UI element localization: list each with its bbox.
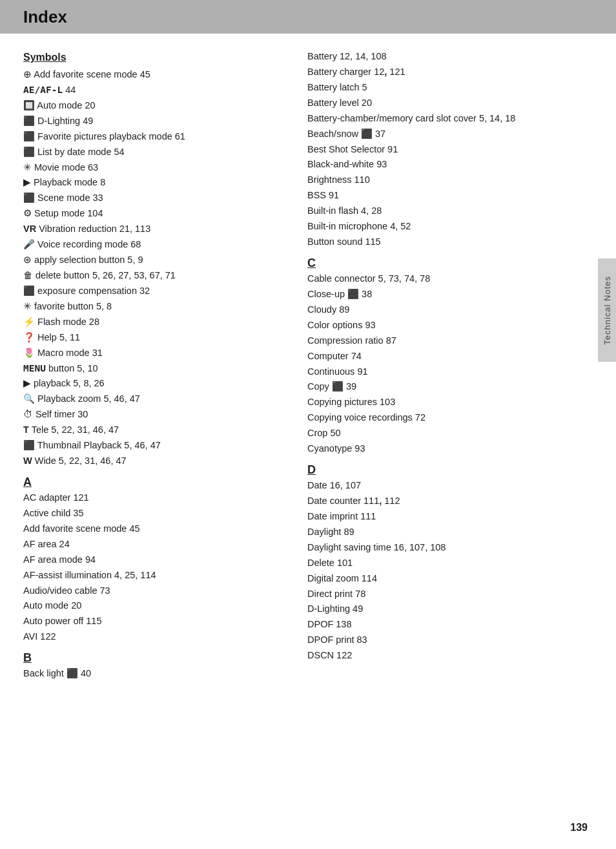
list-item: Active child 35 — [23, 506, 282, 521]
list-item: 🎤 Voice recording mode 68 — [23, 237, 282, 253]
list-item: W Wide 5, 22, 31, 46, 47 — [23, 454, 282, 469]
list-item: 🔍 Playback zoom 5, 46, 47 — [23, 392, 282, 407]
list-item: Add favorite scene mode 45 — [23, 521, 282, 537]
section-c: C — [307, 257, 593, 270]
list-item: Color options 93 — [307, 318, 593, 333]
list-item: ⚡ Flash mode 28 — [23, 315, 282, 330]
c-entries: Cable connector 5, 73, 74, 78 Close-up ⬛… — [307, 271, 593, 457]
list-item: Cyanotype 93 — [307, 441, 593, 457]
page-number: 139 — [570, 822, 588, 833]
list-item: Audio/video cable 73 — [23, 583, 282, 599]
list-item: Built-in flash 4, 28 — [307, 204, 593, 219]
list-item: Copying pictures 103 — [307, 395, 593, 410]
list-item: Brightness 110 — [307, 173, 593, 188]
list-item: Cable connector 5, 73, 74, 78 — [307, 271, 593, 287]
list-item: Built-in microphone 4, 52 — [307, 219, 593, 235]
list-item: BSS 91 — [307, 188, 593, 204]
list-item: Best Shot Selector 91 — [307, 142, 593, 158]
list-item: DPOF 138 — [307, 617, 593, 633]
list-item: Beach/snow ⬛ 37 — [307, 127, 593, 142]
right-column: Battery 12, 14, 108 Battery charger 12, … — [294, 49, 593, 682]
list-item: Digital zoom 114 — [307, 571, 593, 587]
list-item: Date imprint 111 — [307, 509, 593, 525]
list-item: ⊕ Add favorite scene mode 45 — [23, 67, 282, 83]
side-label-text: Technical Notes — [602, 276, 612, 345]
section-b: B — [23, 651, 282, 665]
list-item: DSCN 122 — [307, 648, 593, 664]
list-item: 🗑 delete button 5, 26, 27, 53, 67, 71 — [23, 268, 282, 284]
list-item: Back light ⬛ 40 — [23, 666, 282, 682]
list-item: Delete 101 — [307, 556, 593, 571]
list-item: AE/AF-L 44 — [23, 83, 282, 98]
section-d: D — [307, 463, 593, 477]
list-item: ⚙ Setup mode 104 — [23, 206, 282, 222]
list-item: AF area mode 94 — [23, 552, 282, 568]
list-item: AF-assist illumination 4, 25, 114 — [23, 568, 282, 583]
list-item: ✳ Movie mode 63 — [23, 160, 282, 176]
list-item: Copying voice recordings 72 — [307, 410, 593, 426]
list-item: Battery level 20 — [307, 96, 593, 111]
list-item: Cloudy 89 — [307, 302, 593, 318]
list-item: T Tele 5, 22, 31, 46, 47 — [23, 423, 282, 438]
list-item: ⬛ D-Lighting 49 — [23, 114, 282, 129]
list-item: ▶ playback 5, 8, 26 — [23, 376, 282, 392]
list-item: Auto power off 115 — [23, 614, 282, 629]
list-item: ⏱ Self timer 30 — [23, 407, 282, 423]
symbols-heading: Symbols — [23, 52, 282, 63]
list-item: ⬛ exposure compensation 32 — [23, 284, 282, 299]
section-a: A — [23, 476, 282, 489]
d-entries: Date 16, 107 Date counter 111, 112 Date … — [307, 478, 593, 664]
list-item: ✳ favorite button 5, 8 — [23, 299, 282, 315]
list-item: Copy ⬛ 39 — [307, 379, 593, 395]
a-entries: AC adapter 121 Active child 35 Add favor… — [23, 490, 282, 645]
list-item: AF area 24 — [23, 537, 282, 552]
content-area: Symbols ⊕ Add favorite scene mode 45 AE/… — [0, 34, 616, 697]
list-item: ⬛ Thumbnail Playback 5, 46, 47 — [23, 438, 282, 454]
list-item: ❓ Help 5, 11 — [23, 330, 282, 346]
list-item: Close-up ⬛ 38 — [307, 287, 593, 302]
list-item: Auto mode 20 — [23, 598, 282, 614]
list-item: ⬛ Favorite pictures playback mode 61 — [23, 129, 282, 145]
list-item: Direct print 78 — [307, 587, 593, 602]
list-item: Crop 50 — [307, 426, 593, 441]
b-entries-left: Back light ⬛ 40 — [23, 666, 282, 682]
list-item: VR Vibration reduction 21, 113 — [23, 222, 282, 237]
list-item: Black-and-white 93 — [307, 157, 593, 173]
list-item: DPOF print 83 — [307, 633, 593, 648]
list-item: 🌷 Macro mode 31 — [23, 346, 282, 361]
list-item: Battery latch 5 — [307, 80, 593, 96]
list-item: Continuous 91 — [307, 364, 593, 380]
list-item: AVI 122 — [23, 629, 282, 645]
list-item: Battery-chamber/memory card slot cover 5… — [307, 111, 593, 127]
list-item: ⬛ List by date mode 54 — [23, 145, 282, 160]
list-item: Daylight 89 — [307, 525, 593, 540]
list-item: 🔲 Auto mode 20 — [23, 98, 282, 114]
list-item: D-Lighting 49 — [307, 602, 593, 617]
side-label: Technical Notes — [598, 258, 616, 362]
list-item: Daylight saving time 16, 107, 108 — [307, 540, 593, 556]
list-item: Date counter 111, 112 — [307, 494, 593, 509]
list-item: Battery 12, 14, 108 — [307, 49, 593, 65]
list-item: Button sound 115 — [307, 235, 593, 250]
list-item: MENU button 5, 10 — [23, 361, 282, 377]
b-entries-right: Battery 12, 14, 108 Battery charger 12, … — [307, 49, 593, 250]
list-item: ⬛ Scene mode 33 — [23, 191, 282, 206]
list-item: Computer 74 — [307, 349, 593, 364]
page-title: Index — [23, 7, 67, 27]
list-item: Compression ratio 87 — [307, 333, 593, 349]
list-item: Battery charger 12, 121 — [307, 65, 593, 80]
header-bar: Index — [0, 0, 616, 34]
list-item: Date 16, 107 — [307, 478, 593, 494]
list-item: ⊛ apply selection button 5, 9 — [23, 253, 282, 268]
list-item: ▶ Playback mode 8 — [23, 175, 282, 191]
left-column: Symbols ⊕ Add favorite scene mode 45 AE/… — [23, 49, 294, 682]
symbols-entries: ⊕ Add favorite scene mode 45 AE/AF-L 44 … — [23, 67, 282, 469]
list-item: AC adapter 121 — [23, 490, 282, 506]
